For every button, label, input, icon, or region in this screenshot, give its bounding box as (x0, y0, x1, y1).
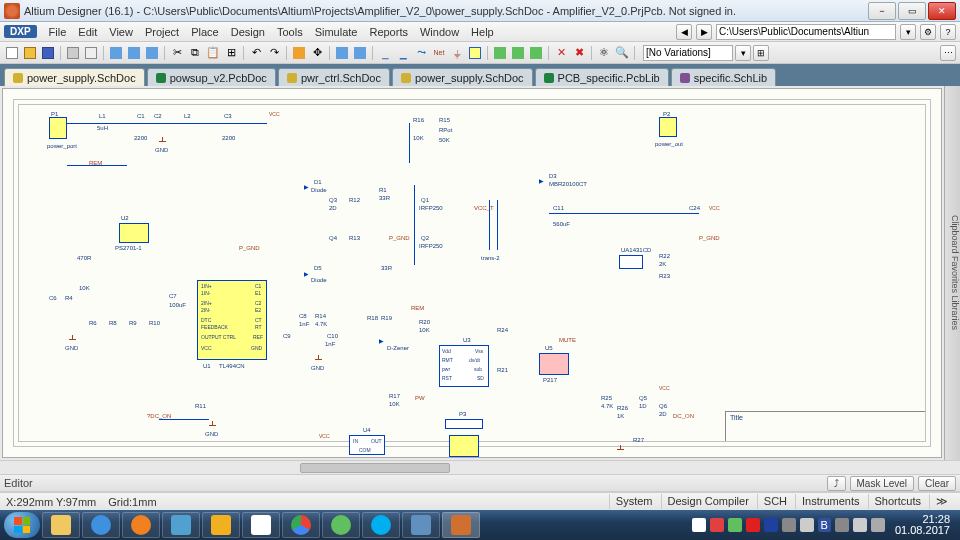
panel-shortcuts[interactable]: Shortcuts (868, 494, 927, 509)
taskbar-altium[interactable] (442, 512, 480, 538)
comp-p5[interactable] (449, 435, 479, 457)
save-icon[interactable] (40, 45, 56, 61)
taskbar-notes[interactable] (242, 512, 280, 538)
tray-alert-icon[interactable] (746, 518, 760, 532)
tray-volume-icon[interactable] (853, 518, 867, 532)
tray-action-icon[interactable] (800, 518, 814, 532)
tab-power-supply-sch-2[interactable]: power_supply.SchDoc (392, 68, 533, 86)
xref-icon[interactable] (352, 45, 368, 61)
path-dropdown-button[interactable]: ▾ (900, 24, 916, 40)
tray-battery-icon[interactable] (782, 518, 796, 532)
menu-reports[interactable]: Reports (363, 24, 414, 40)
netlabel-icon[interactable]: Net (431, 45, 447, 61)
comp-d5[interactable] (304, 270, 312, 276)
nav-fwd-button[interactable]: ▶ (696, 24, 712, 40)
noerc-icon[interactable]: ✕ (553, 45, 569, 61)
menu-place[interactable]: Place (185, 24, 225, 40)
comp-p3[interactable] (445, 419, 483, 429)
taskbar-explorer[interactable] (42, 512, 80, 538)
comp-d3[interactable] (539, 177, 547, 183)
maximize-button[interactable]: ▭ (898, 2, 926, 20)
tab-powsup-pcb[interactable]: powsup_v2.PcbDoc (147, 68, 276, 86)
side-panel-tabs[interactable]: Clipboard Favorites Libraries (944, 86, 960, 460)
menu-design[interactable]: Design (225, 24, 271, 40)
taskbar-mail[interactable] (202, 512, 240, 538)
taskbar-wmp[interactable] (122, 512, 160, 538)
select-icon[interactable] (291, 45, 307, 61)
generic-noerc-icon[interactable]: ✖ (571, 45, 587, 61)
panel-overflow[interactable]: ≫ (929, 494, 954, 509)
tab-pwr-ctrl-sch[interactable]: pwr_ctrl.SchDoc (278, 68, 390, 86)
bus-icon[interactable]: ⎯ (395, 45, 411, 61)
port-icon[interactable] (510, 45, 526, 61)
panel-system[interactable]: System (609, 494, 659, 509)
nav-back-button[interactable]: ◀ (676, 24, 692, 40)
menu-project[interactable]: Project (139, 24, 185, 40)
tray-av-icon[interactable] (710, 518, 724, 532)
comp-ua1431[interactable] (619, 255, 643, 269)
sheet-symbol-icon[interactable] (492, 45, 508, 61)
redo-icon[interactable]: ↷ (266, 45, 282, 61)
cut-icon[interactable]: ✂ (169, 45, 185, 61)
path-combo[interactable] (716, 24, 896, 40)
menu-file[interactable]: File (43, 24, 73, 40)
undo-icon[interactable]: ↶ (248, 45, 264, 61)
comp-p2[interactable] (659, 117, 677, 137)
config-icon[interactable]: ⊞ (753, 45, 769, 61)
tray-show-hidden-icon[interactable] (692, 518, 706, 532)
wire[interactable] (497, 200, 498, 250)
zoom-area-icon[interactable] (126, 45, 142, 61)
taskbar-utorrent[interactable] (322, 512, 360, 538)
tray-network-icon[interactable] (835, 518, 849, 532)
path-go-button[interactable]: ⚙ (920, 24, 936, 40)
tray-bt-icon[interactable] (764, 518, 778, 532)
harness-icon[interactable] (528, 45, 544, 61)
comp-zener[interactable] (379, 337, 387, 343)
copy-icon[interactable]: ⧉ (187, 45, 203, 61)
wire[interactable] (67, 123, 267, 124)
menu-edit[interactable]: Edit (72, 24, 103, 40)
menu-view[interactable]: View (103, 24, 139, 40)
panel-sch[interactable]: SCH (757, 494, 793, 509)
signal-icon[interactable]: ⤳ (413, 45, 429, 61)
wire[interactable] (409, 123, 410, 163)
horizontal-scrollbar[interactable] (0, 460, 960, 474)
wire[interactable] (549, 213, 699, 214)
wire[interactable] (159, 419, 209, 420)
taskbar-clock[interactable]: 21:28 01.08.2017 (889, 514, 956, 536)
menu-simulate[interactable]: Simulate (309, 24, 364, 40)
variations-combo[interactable]: [No Variations] (643, 45, 733, 61)
taskbar-skype[interactable] (362, 512, 400, 538)
tray-wifi-icon[interactable] (871, 518, 885, 532)
browse-icon[interactable]: 🔍 (614, 45, 630, 61)
zoom-fit-icon[interactable] (108, 45, 124, 61)
tray-lang[interactable]: B (818, 518, 831, 532)
taskbar-photos[interactable] (402, 512, 440, 538)
toolbar-overflow-icon[interactable]: ⋯ (940, 45, 956, 61)
power-icon[interactable]: ⏚ (449, 45, 465, 61)
scrollbar-thumb[interactable] (300, 463, 450, 473)
comp-u5[interactable] (539, 353, 569, 375)
wire-icon[interactable]: ⎯ (377, 45, 393, 61)
start-button[interactable] (4, 512, 40, 538)
compile-icon[interactable]: ⚛ (596, 45, 612, 61)
tab-power-supply-sch[interactable]: power_supply.SchDoc (4, 68, 145, 86)
schematic-canvas[interactable]: P1 power_port L1 5uH C1 C2 2200 L2 C3 22… (2, 88, 942, 458)
mask-level-button[interactable]: Mask Level (850, 476, 915, 491)
menu-window[interactable]: Window (414, 24, 465, 40)
close-button[interactable]: ✕ (928, 2, 956, 20)
tray-app-icon[interactable] (728, 518, 742, 532)
tab-sch-lib[interactable]: specific.SchLib (671, 68, 776, 86)
panel-design-compiler[interactable]: Design Compiler (661, 494, 755, 509)
minimize-button[interactable]: − (868, 2, 896, 20)
taskbar-audio[interactable] (162, 512, 200, 538)
tab-pcb-lib[interactable]: PCB_specific.PcbLib (535, 68, 669, 86)
move-icon[interactable]: ✥ (309, 45, 325, 61)
open-icon[interactable] (22, 45, 38, 61)
menu-help[interactable]: Help (465, 24, 500, 40)
dxp-menu[interactable]: DXP (4, 25, 37, 38)
comp-p1[interactable] (49, 117, 67, 139)
part-icon[interactable] (467, 45, 483, 61)
clear-button[interactable]: Clear (918, 476, 956, 491)
wire[interactable] (414, 185, 415, 265)
